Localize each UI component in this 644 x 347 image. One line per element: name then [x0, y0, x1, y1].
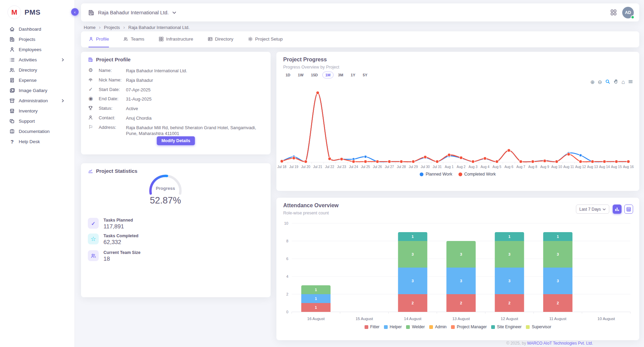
range-1m[interactable]: 1M — [322, 72, 334, 78]
line-marker[interactable] — [460, 156, 463, 159]
line-marker[interactable] — [471, 160, 474, 163]
field-value-address: Raja Bahadur Mill Rd, behind Sheraton Gr… — [126, 125, 264, 137]
line-marker[interactable] — [388, 160, 391, 163]
line-marker[interactable] — [495, 160, 498, 163]
legend-item[interactable]: Planned Work — [420, 172, 452, 177]
breadcrumb-separator: › — [99, 25, 101, 30]
legend-item[interactable]: Completed Work — [458, 172, 496, 177]
line-marker[interactable] — [340, 157, 343, 161]
line-marker[interactable] — [352, 160, 355, 163]
range-15d[interactable]: 15D — [308, 72, 321, 78]
line-marker[interactable] — [483, 157, 486, 160]
x-axis-label: Jul 18 — [277, 165, 287, 169]
sidebar-item-inventory[interactable]: Inventory — [0, 106, 75, 116]
line-marker[interactable] — [591, 160, 594, 163]
line-marker[interactable] — [316, 91, 319, 94]
line-marker[interactable] — [579, 154, 582, 157]
tab-infrastructure[interactable]: Infrastructure — [159, 31, 193, 47]
footer-company-link[interactable]: MARCO AIoT Technologies Pvt. Ltd. — [527, 341, 593, 346]
x-axis-label: Aug 3 — [469, 165, 478, 169]
range-1y[interactable]: 1Y — [348, 72, 358, 78]
line-marker[interactable] — [615, 160, 618, 163]
table-view-toggle[interactable] — [624, 205, 633, 214]
line-marker[interactable] — [579, 160, 582, 163]
line-marker[interactable] — [304, 160, 307, 163]
line-marker[interactable] — [519, 160, 522, 163]
line-marker[interactable] — [280, 160, 283, 163]
sidebar-item-directory[interactable]: Directory — [0, 65, 75, 75]
line-marker[interactable] — [567, 153, 570, 156]
legend-item[interactable]: Helper — [384, 325, 402, 329]
line-marker[interactable] — [603, 160, 606, 163]
breadcrumb-projects[interactable]: Projects — [104, 25, 120, 30]
sidebar-item-projects[interactable]: Projects — [0, 34, 75, 44]
sidebar-item-image-gallery[interactable]: Image Gallary — [0, 85, 75, 95]
tab-project-setup[interactable]: Project Setup — [248, 31, 283, 47]
line-marker[interactable] — [292, 156, 295, 160]
sidebar-item-dashboard[interactable]: Dashboard — [0, 24, 75, 34]
line-marker[interactable] — [555, 160, 558, 163]
legend-item[interactable]: Project Manager — [451, 325, 487, 329]
line-marker[interactable] — [543, 159, 546, 162]
x-axis-label: Jul 20 — [301, 165, 310, 169]
chevron-down-icon — [602, 208, 606, 211]
line-marker[interactable] — [376, 160, 379, 163]
line-marker[interactable] — [424, 155, 427, 159]
line-marker[interactable] — [627, 160, 630, 163]
bar-segment-label: 3 — [460, 279, 462, 283]
legend-item[interactable]: Supervisor — [526, 325, 551, 329]
legend-item[interactable]: Admin — [429, 325, 447, 329]
attendance-title: Attendance Overview — [283, 202, 339, 209]
x-axis-label: 14 August — [404, 317, 422, 321]
tab-profile[interactable]: Profile — [88, 31, 109, 47]
tab-teams[interactable]: Teams — [123, 31, 144, 47]
sidebar-item-activities[interactable]: Activities — [0, 55, 75, 65]
people-icon — [123, 36, 128, 42]
line-marker[interactable] — [364, 155, 367, 158]
sidebar-item-help-desk[interactable]: ? Help Desk — [0, 136, 75, 147]
line-marker[interactable] — [364, 160, 367, 163]
line-marker[interactable] — [507, 149, 510, 152]
line-marker[interactable] — [436, 160, 439, 163]
flag-icon: ⚐ — [88, 124, 94, 130]
line-marker[interactable] — [448, 153, 451, 156]
legend-item[interactable]: Site Engineer — [491, 325, 521, 329]
line-marker[interactable] — [400, 160, 403, 163]
company-selector[interactable]: Raja Bahadur International Ltd. — [88, 9, 176, 16]
x-axis-label: Aug 6 — [504, 165, 514, 169]
user-avatar[interactable]: AD — [622, 7, 634, 18]
legend-item[interactable]: Fitter — [365, 325, 380, 329]
legend-item[interactable]: Welder — [406, 325, 425, 329]
x-axis-label: Aug 4 — [481, 165, 490, 169]
sidebar-item-expense[interactable]: Expense — [0, 75, 75, 85]
line-marker[interactable] — [328, 157, 331, 160]
tab-directory[interactable]: Directory — [208, 31, 234, 47]
sidebar-item-support[interactable]: Support — [0, 116, 75, 126]
bar-segment-label: 3 — [557, 279, 559, 283]
line-marker[interactable] — [531, 160, 534, 163]
modify-details-button[interactable]: Modify Details — [157, 136, 195, 145]
selection-zoom-icon[interactable] — [605, 79, 610, 85]
chart-view-toggle[interactable] — [613, 205, 622, 214]
range-1w[interactable]: 1W — [295, 72, 307, 78]
profile-card-title: Project Profile — [96, 57, 131, 62]
pan-icon[interactable] — [613, 79, 618, 85]
zoom-out-icon[interactable]: ⊖ — [598, 79, 602, 85]
range-3m[interactable]: 3M — [335, 72, 346, 78]
apps-grid-icon[interactable] — [610, 9, 617, 16]
breadcrumb-home[interactable]: Home — [84, 25, 96, 30]
sidebar-item-administration[interactable]: Administration — [0, 95, 75, 106]
menu-icon[interactable] — [628, 79, 633, 85]
main-content: Raja Bahadur International Ltd. AD Home … — [75, 0, 644, 347]
sidebar-collapse-button[interactable]: ‹ — [71, 8, 79, 16]
home-reset-icon[interactable]: ⌂ — [622, 79, 625, 85]
sidebar-item-employees[interactable]: Employees — [0, 44, 75, 55]
date-range-select[interactable]: Last 7 Days — [576, 205, 609, 214]
x-axis-label: Jul 31 — [433, 165, 442, 169]
x-axis-label: Aug 1 — [445, 165, 454, 169]
range-5y[interactable]: 5Y — [360, 72, 370, 78]
zoom-in-icon[interactable]: ⊕ — [591, 79, 595, 85]
sidebar-item-documentation[interactable]: Documentation — [0, 126, 75, 136]
line-marker[interactable] — [412, 160, 415, 163]
range-1d[interactable]: 1D — [283, 72, 293, 78]
